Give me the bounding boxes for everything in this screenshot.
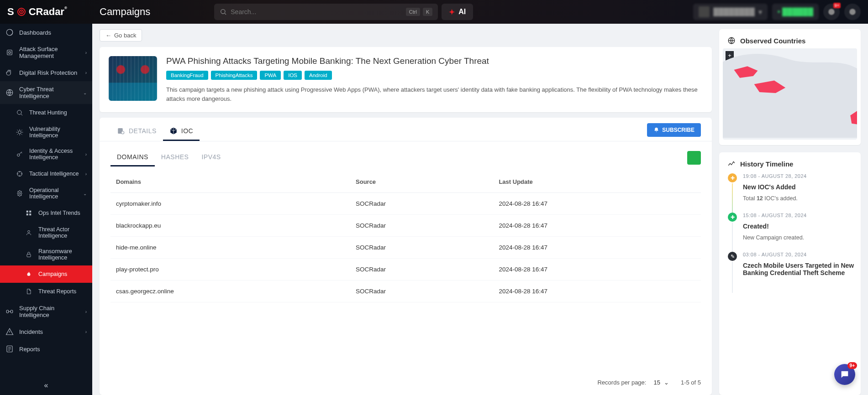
timeline-time: 15:08 - AUGUST 28, 2024: [743, 213, 854, 218]
chevron-right-icon: ›: [85, 152, 87, 157]
tab-details[interactable]: DETAILS: [110, 122, 163, 141]
sidebar-item-threat-actor[interactable]: Threat Actor Intelligence: [0, 222, 92, 244]
cell-updated: 2024-08-28 16:47: [493, 215, 701, 237]
rpp-label: Records per page:: [597, 379, 646, 386]
table-row[interactable]: csas.georgecz.onlineSOCRadar2024-08-28 1…: [110, 281, 701, 302]
cell-updated: 2024-08-28 16:47: [493, 259, 701, 281]
double-chevron-left-icon: «: [44, 381, 48, 389]
svg-point-27: [121, 131, 124, 134]
tag[interactable]: PWA: [260, 71, 281, 80]
page-range: 1-5 of 5: [681, 379, 701, 386]
sidebar-item-incidents[interactable]: Incidents ›: [0, 323, 92, 340]
sidebar-item-dashboards[interactable]: Dashboards: [0, 24, 92, 41]
sidebar: Dashboards Attack Surface Management › D…: [0, 24, 92, 395]
col-source[interactable]: Source: [350, 171, 493, 193]
observed-title: Observed Countries: [719, 29, 861, 48]
cell-source: SOCRadar: [350, 259, 493, 281]
col-domains[interactable]: Domains: [110, 171, 350, 193]
flame-icon: [25, 270, 33, 278]
sidebar-item-drp[interactable]: Digital Risk Protection ›: [0, 64, 92, 81]
cell-domain: cyrptomaker.info: [110, 193, 350, 215]
svg-rect-18: [29, 211, 31, 213]
chevron-down-icon: ⌄: [664, 379, 669, 386]
history-title: History Timeline: [719, 152, 861, 172]
sidebar-item-ransomware[interactable]: Ransomware Intelligence: [0, 244, 92, 265]
sidebar-item-operational[interactable]: Operational Intelligence ⌄: [0, 182, 92, 204]
sidebar-item-campaigns[interactable]: Campaigns: [0, 265, 92, 283]
subtab-domains[interactable]: DOMAINS: [110, 149, 155, 166]
search-box[interactable]: Ctrl K: [214, 4, 438, 20]
sidebar-item-ops-trends[interactable]: Ops Intel Trends: [0, 204, 92, 222]
sidebar-item-vuln-intel[interactable]: Vulnerability Intelligence: [0, 121, 92, 143]
timeline-list: ✚ 19:08 - AUGUST 28, 2024 New IOC's Adde…: [719, 172, 861, 301]
table-row[interactable]: play-protect.proSOCRadar2024-08-28 16:47: [110, 259, 701, 281]
chevron-right-icon: ›: [85, 329, 87, 334]
tag[interactable]: IOS: [284, 71, 302, 80]
countries-map[interactable]: + −: [723, 48, 857, 140]
search-icon: [220, 8, 227, 16]
sidebar-item-supply-chain[interactable]: Supply Chain Intelligence ›: [0, 300, 92, 323]
gear-icon: [16, 189, 24, 198]
fab-badge: 9+: [847, 362, 857, 369]
sidebar-item-asm[interactable]: Attack Surface Management ›: [0, 41, 92, 64]
history-timeline-panel: History Timeline ✚ 19:08 - AUGUST 28, 20…: [719, 152, 861, 395]
go-back-button[interactable]: ← Go back: [100, 29, 142, 42]
sidebar-item-reports[interactable]: Reports: [0, 340, 92, 358]
subtab-hashes[interactable]: HASHES: [155, 149, 195, 166]
notif-badge: 9+: [833, 3, 841, 8]
search-input[interactable]: [231, 8, 406, 16]
ai-label: AI: [458, 8, 466, 16]
table-row[interactable]: cyrptomaker.infoSOCRadar2024-08-28 16:47: [110, 193, 701, 215]
sidebar-item-iam-intel[interactable]: Identity & Access Intelligence ›: [0, 143, 92, 165]
profile-circle[interactable]: [844, 4, 861, 20]
cell-updated: 2024-08-28 16:47: [493, 281, 701, 302]
sidebar-item-threat-hunting[interactable]: Threat Hunting: [0, 104, 92, 121]
timeline-item[interactable]: ✎ 03:08 - AUGUST 20, 2024 Czech Mobile U…: [727, 252, 859, 292]
brand-target-icon: [17, 7, 26, 16]
key-icon: [16, 150, 24, 158]
chevron-down-icon: ⌄: [83, 90, 87, 95]
download-button[interactable]: [687, 151, 701, 165]
tag[interactable]: PhishingAttacks: [211, 71, 258, 80]
main-column: ← Go back PWA Phishing Attacks Targeting…: [100, 29, 712, 395]
svg-rect-24: [11, 310, 13, 313]
svg-point-9: [9, 52, 11, 54]
globe-icon: [727, 36, 736, 45]
rpp-select[interactable]: 15 ⌄: [651, 377, 671, 388]
primary-tabs: DETAILS IOC SUBSCRIBE: [100, 118, 712, 141]
notif-button[interactable]: 9+: [823, 4, 840, 20]
timeline-item[interactable]: ✚ 19:08 - AUGUST 28, 2024 New IOC's Adde…: [727, 173, 859, 213]
lock-icon: [25, 250, 33, 259]
status-chip[interactable]: • ██████: [772, 4, 819, 20]
chat-fab[interactable]: 9+: [834, 364, 855, 385]
col-last-update[interactable]: Last Update: [493, 171, 701, 193]
pencil-badge-icon: ✎: [728, 252, 737, 261]
page-title: Campaigns: [100, 6, 150, 18]
sidebar-collapse-button[interactable]: «: [0, 376, 92, 395]
ai-button[interactable]: ✦ AI: [442, 4, 473, 20]
timeline-item[interactable]: ✚ 15:08 - AUGUST 28, 2024 Created! New C…: [727, 213, 859, 252]
subscribe-button[interactable]: SUBSCRIBE: [647, 123, 701, 137]
svg-point-3: [221, 10, 225, 14]
timeline-title: Created!: [743, 223, 854, 230]
sidebar-item-threat-reports[interactable]: Threat Reports: [0, 283, 92, 300]
table-row[interactable]: blackrockapp.euSOCRadar2024-08-28 16:47: [110, 215, 701, 237]
subtab-ipv4s[interactable]: IPV4S: [195, 149, 227, 166]
details-icon: [117, 127, 125, 135]
tab-ioc[interactable]: IOC: [163, 122, 200, 141]
brand-text-prefix: S: [7, 6, 14, 18]
tag[interactable]: Android: [305, 71, 332, 80]
cell-updated: 2024-08-28 16:47: [493, 237, 701, 259]
brand-logo[interactable]: SCRadar®: [7, 6, 92, 18]
map-svg: [723, 48, 857, 138]
grid-icon: [25, 209, 33, 217]
search-wrap: Ctrl K ✦ AI: [214, 4, 473, 20]
user-menu[interactable]: ████████▾: [693, 4, 768, 20]
sidebar-item-tactical[interactable]: Tactical Intelligence ›: [0, 165, 92, 182]
plus-badge-icon: ✚: [728, 173, 737, 182]
tag[interactable]: BankingFraud: [166, 71, 208, 80]
sidebar-item-cti[interactable]: Cyber Threat Intelligence ⌄: [0, 81, 92, 104]
svg-point-14: [17, 154, 20, 156]
table-row[interactable]: hide-me.onlineSOCRadar2024-08-28 16:47: [110, 237, 701, 259]
chevron-down-icon: ⌄: [83, 191, 87, 196]
